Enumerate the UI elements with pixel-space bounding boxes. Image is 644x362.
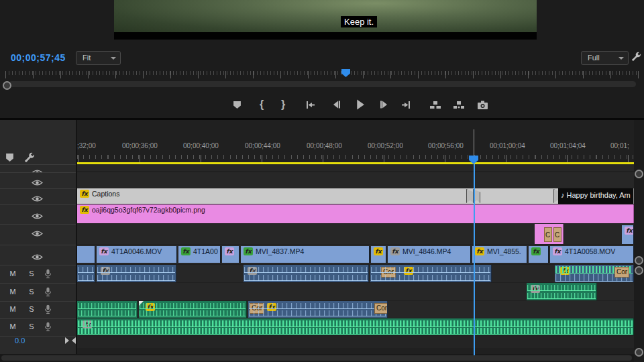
png-graphic-clip[interactable]: fx oaji6qg5o3gfqf67v72agkb0picm.png — [77, 204, 634, 223]
track-v3[interactable]: fx oaji6qg5o3gfqf67v72agkb0picm.png — [77, 204, 634, 223]
track-v6[interactable] — [77, 164, 634, 171]
video-clip[interactable]: fx MVI_4846.MP4 — [388, 246, 471, 263]
track-a1-mute-button[interactable]: M — [9, 269, 17, 278]
zoom-level-select[interactable]: Fit — [76, 51, 121, 65]
vscroll-knob[interactable] — [635, 256, 643, 265]
track-a2-mic-icon[interactable] — [44, 287, 52, 300]
extract-button[interactable] — [450, 96, 468, 113]
track-header-v4 — [0, 188, 76, 204]
track-header-a3: M S — [0, 301, 76, 318]
audio-clip[interactable]: fx — [527, 283, 597, 300]
track-a3-mute-button[interactable]: M — [9, 305, 17, 313]
track-header-v3 — [0, 204, 76, 224]
monitor-scrollbar-bar[interactable] — [9, 81, 636, 87]
png-clip-label: oaji6qg5o3gfqf67v72agkb0picm.png — [92, 206, 205, 214]
track-master[interactable] — [77, 336, 634, 348]
track-a2-mute-button[interactable]: M — [9, 288, 17, 296]
video-clip[interactable]: fx — [222, 246, 239, 263]
audio-clip[interactable]: Cor fx Cor — [248, 301, 388, 318]
track-v1[interactable]: fx 4T1A0046.MOV fx 4T1A00 fx fx MVI_4837… — [77, 245, 634, 264]
video-clip[interactable]: fx MVI_4855. — [472, 246, 527, 263]
video-clip[interactable]: fx — [529, 246, 549, 263]
track-header-a1: M S — [0, 265, 76, 283]
vscroll-knob[interactable] — [635, 266, 643, 275]
track-a1[interactable]: fx fx Cor fx fx Cor — [77, 265, 634, 282]
program-monitor-panel: Keep it. 00;00;57;45 Fit Full { — [0, 0, 644, 119]
timeline-settings-wrench-icon[interactable] — [24, 152, 35, 166]
track-v6-eye-icon[interactable] — [32, 167, 43, 172]
monitor-settings-wrench-icon[interactable] — [631, 52, 641, 64]
monitor-ruler-major-ticks — [5, 71, 639, 78]
fit-tracks-icon[interactable] — [65, 337, 76, 344]
track-a2[interactable]: fx — [77, 283, 634, 300]
zoom-level-value: Fit — [83, 54, 91, 62]
video-clip[interactable]: fx 4T1A00 — [178, 246, 221, 263]
play-button[interactable] — [351, 96, 368, 113]
track-v4-eye-icon[interactable] — [32, 193, 43, 204]
playhead-line[interactable] — [474, 164, 475, 355]
fx-badge: fx — [374, 247, 383, 255]
track-a4-solo-button[interactable]: S — [28, 322, 36, 330]
track-a2-solo-button[interactable]: S — [28, 288, 36, 296]
add-marker-button[interactable] — [228, 96, 246, 113]
caption-clip-small[interactable]: C — [553, 227, 561, 242]
mark-in-button[interactable]: { — [253, 96, 270, 113]
track-v2-eye-icon[interactable] — [32, 228, 43, 240]
track-v1-eye-icon[interactable] — [32, 251, 43, 263]
vscroll-knob[interactable] — [635, 348, 643, 357]
audio-clip[interactable] — [77, 301, 138, 318]
step-forward-button[interactable] — [375, 96, 392, 113]
audio-clip[interactable] — [77, 265, 95, 282]
track-a4-mute-button[interactable]: M — [9, 322, 17, 330]
audio-clip[interactable]: fx — [97, 265, 176, 282]
mark-out-button[interactable]: } — [274, 96, 292, 113]
captions-clip[interactable]: fx Captions ♪ Happy birthday, Am — [77, 188, 634, 204]
audio-clip[interactable]: fx — [244, 265, 369, 282]
audio-clip[interactable]: fx — [77, 318, 634, 335]
audio-clip[interactable]: fx — [139, 301, 247, 318]
track-a4[interactable]: fx — [77, 318, 634, 335]
timeline-horizontal-scrollbar[interactable] — [0, 354, 634, 362]
go-to-out-button[interactable] — [397, 96, 415, 113]
track-v5[interactable] — [77, 172, 634, 188]
active-caption-text[interactable]: ♪ Happy birthday, Am — [558, 188, 634, 204]
track-a1-solo-button[interactable]: S — [28, 269, 36, 278]
audio-clip-name-tag: Cor — [374, 303, 388, 314]
video-clip[interactable]: fx 4T1A0058.MOV — [550, 246, 634, 263]
lift-button[interactable] — [427, 96, 444, 113]
track-v3-eye-icon[interactable] — [32, 210, 43, 223]
track-a3-mic-icon[interactable] — [44, 304, 52, 317]
vscroll-knob[interactable] — [635, 170, 643, 178]
timeline-marker-icon[interactable] — [5, 153, 14, 165]
monitor-ruler[interactable] — [5, 70, 639, 79]
video-clip-label: 4T1A0046.MOV — [111, 247, 162, 255]
playback-resolution-select[interactable]: Full — [581, 51, 629, 65]
timeline-vertical-scrollbar[interactable] — [634, 120, 644, 362]
monitor-zoom-scrollbar[interactable] — [0, 80, 644, 89]
video-clip[interactable] — [77, 246, 95, 263]
video-clip[interactable]: fx MVI_4837.MP4 — [241, 246, 370, 263]
track-a1-mic-icon[interactable] — [44, 269, 52, 282]
go-to-in-button[interactable] — [302, 96, 319, 113]
video-clip-label: MVI_4837.MP4 — [256, 247, 304, 255]
track-v2[interactable]: C C fx — [77, 224, 634, 244]
video-clip[interactable]: fx — [371, 246, 386, 263]
track-a4-mic-icon[interactable] — [44, 322, 52, 335]
playhead-timecode[interactable]: 00;00;57;45 — [11, 52, 66, 63]
track-a3[interactable]: fx Cor fx Cor — [77, 301, 634, 318]
step-back-button[interactable] — [327, 96, 345, 113]
export-frame-camera-button[interactable] — [474, 96, 491, 113]
track-a3-solo-button[interactable]: S — [28, 305, 36, 313]
track-header-v1 — [0, 245, 76, 265]
monitor-scrollbar-knob[interactable] — [3, 81, 11, 90]
video-clip-edge[interactable]: fx — [622, 225, 634, 244]
track-header-v5 — [0, 172, 76, 188]
master-gain-value[interactable]: 0.0 — [15, 337, 25, 345]
caption-clip-small[interactable]: C — [544, 227, 552, 242]
track-v5-eye-icon[interactable] — [32, 177, 43, 188]
hscroll-bar[interactable] — [1, 355, 632, 361]
audio-clip[interactable]: fx Cor — [555, 265, 634, 282]
video-clip[interactable]: fx 4T1A0046.MOV — [97, 246, 177, 263]
track-v4-captions[interactable]: fx Captions ♪ Happy birthday, Am — [77, 188, 634, 204]
letterbox-bar — [114, 32, 537, 40]
